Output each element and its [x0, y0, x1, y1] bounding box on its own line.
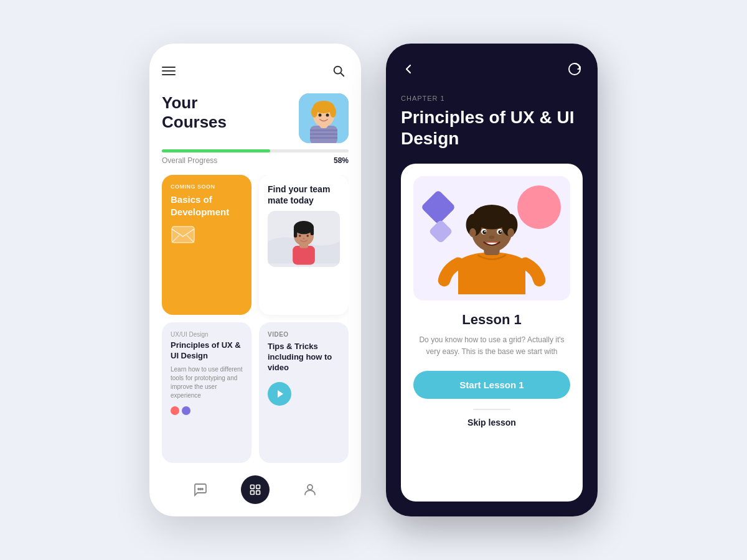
svg-point-13: [326, 114, 329, 117]
top-bar: [162, 61, 349, 81]
svg-point-40: [475, 205, 509, 221]
svg-point-47: [489, 236, 495, 239]
video-category-label: VIDEO: [268, 331, 340, 338]
pink-dot: [171, 406, 179, 415]
left-phone: Your Courses: [149, 44, 361, 516]
lesson-avatar-area: [413, 176, 570, 301]
chapter-label: CHAPTER 1: [401, 95, 583, 102]
svg-rect-30: [256, 485, 260, 489]
play-button[interactable]: [268, 382, 291, 406]
svg-rect-31: [250, 491, 254, 495]
coming-soon-title: Basics of Development: [171, 194, 243, 218]
svg-rect-6: [310, 137, 337, 139]
svg-rect-14: [172, 226, 194, 243]
progress-fill: [162, 149, 270, 152]
skip-lesson-button[interactable]: Skip lesson: [467, 418, 516, 427]
envelope-icon: [171, 225, 243, 246]
coming-soon-badge: COMING SOON: [171, 184, 243, 190]
video-card[interactable]: VIDEO Tips & Tricks including how to vid…: [259, 322, 349, 463]
svg-rect-20: [294, 228, 297, 238]
svg-marker-25: [278, 390, 283, 398]
menu-icon[interactable]: [162, 67, 176, 75]
ux-ui-card[interactable]: UX/UI Design Principles of UX & UI Desig…: [162, 322, 251, 463]
svg-point-23: [306, 235, 309, 238]
ux-title: Principles of UX & UI Design: [171, 340, 243, 362]
svg-point-43: [482, 230, 486, 234]
phones-container: Your Courses: [149, 44, 598, 516]
chat-nav-item[interactable]: [189, 478, 212, 501]
right-top-bar: [401, 61, 583, 80]
bottom-navigation: [162, 468, 349, 506]
svg-rect-21: [311, 228, 314, 235]
progress-track: [162, 149, 349, 152]
lesson-description: Do you know how to use a grid? Actually …: [413, 334, 570, 358]
svg-point-44: [498, 230, 502, 234]
svg-point-49: [507, 228, 514, 237]
svg-rect-29: [250, 485, 254, 489]
cards-grid: COMING SOON Basics of Development Find y…: [162, 175, 349, 463]
back-button[interactable]: [401, 62, 416, 79]
svg-point-27: [200, 488, 201, 490]
ux-category-label: UX/UI Design: [171, 331, 243, 338]
svg-point-24: [303, 238, 305, 240]
svg-point-10: [311, 106, 317, 118]
svg-point-11: [330, 106, 336, 118]
lesson-card: Lesson 1 Do you know how to use a grid? …: [401, 164, 583, 502]
lesson-title: Lesson 1: [462, 312, 521, 328]
svg-rect-4: [310, 129, 337, 131]
svg-point-48: [469, 228, 476, 237]
svg-rect-16: [293, 246, 315, 264]
divider: [473, 409, 510, 410]
svg-rect-32: [256, 491, 260, 495]
right-phone: CHAPTER 1 Principles of UX & UI Design: [386, 44, 598, 516]
coming-soon-card[interactable]: COMING SOON Basics of Development: [162, 175, 251, 315]
team-mate-avatar: [268, 211, 340, 267]
svg-point-12: [319, 114, 322, 117]
progress-section: Overall Progress 58%: [162, 149, 349, 165]
svg-line-1: [341, 73, 344, 76]
user-avatar[interactable]: [299, 93, 349, 143]
svg-point-28: [202, 488, 203, 490]
reload-button[interactable]: [566, 61, 583, 80]
svg-point-22: [299, 235, 301, 238]
svg-point-33: [308, 485, 312, 490]
svg-point-26: [198, 488, 199, 490]
start-lesson-button[interactable]: Start Lesson 1: [413, 371, 570, 399]
chapter-title: Principles of UX & UI Design: [401, 107, 583, 149]
home-nav-item[interactable]: [241, 475, 270, 504]
ux-description: Learn how to use different tools for pro…: [171, 365, 243, 400]
progress-percent: 58%: [334, 156, 349, 165]
progress-label: Overall Progress 58%: [162, 156, 349, 165]
svg-rect-5: [310, 133, 337, 135]
find-team-card[interactable]: Find your team mate today: [259, 175, 349, 315]
profile-nav-item[interactable]: [299, 478, 321, 501]
find-team-title: Find your team mate today: [268, 184, 340, 206]
page-title: Your Courses: [162, 93, 227, 132]
svg-point-45: [484, 231, 486, 232]
color-dots: [171, 406, 243, 415]
video-title: Tips & Tricks including how to video: [268, 342, 340, 373]
search-button[interactable]: [329, 61, 349, 81]
purple-dot: [182, 406, 190, 415]
svg-point-46: [500, 231, 501, 232]
courses-header: Your Courses: [162, 93, 349, 143]
